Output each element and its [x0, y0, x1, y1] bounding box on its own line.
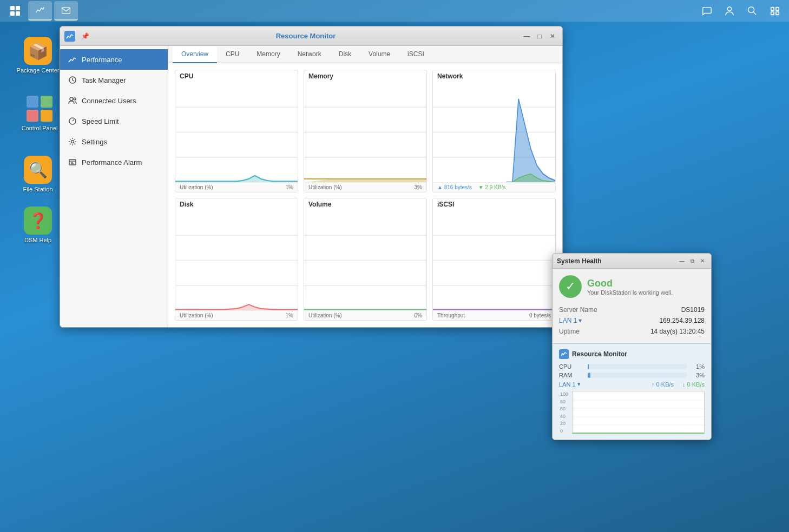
rm-charts-grid: CPU Utilization (%) 1% — [168, 63, 562, 327]
sh-lan-btn[interactable]: LAN 1 ▾ — [559, 317, 582, 324]
svg-rect-1 — [16, 6, 20, 10]
control-panel-icon[interactable]: Control Panel — [18, 95, 61, 132]
chart-disk-footer: Utilization (%) 1% — [175, 310, 298, 320]
rm-body: Performance Task Manager — [60, 46, 562, 327]
chart-disk-footer-left: Utilization (%) — [180, 312, 213, 318]
sh-close-btn[interactable]: ✕ — [698, 257, 707, 265]
chart-volume-title: Volume — [304, 198, 426, 210]
rm-widget-cpu-bar — [588, 364, 687, 369]
dsm-help-icon[interactable]: ❓ DSM Help — [16, 207, 60, 244]
svg-rect-10 — [771, 12, 774, 15]
chart-network-stats: 816 bytes/s 2.9 KB/s — [437, 184, 505, 190]
tab-network[interactable]: Network — [289, 46, 330, 63]
sh-status-sub: Your DiskStation is working well. — [587, 289, 673, 296]
rm-pin-btn[interactable]: 📌 — [80, 31, 90, 42]
chat-icon[interactable] — [697, 1, 716, 21]
sh-uptime-value: 14 day(s) 13:20:45 — [650, 328, 705, 335]
tab-cpu[interactable]: CPU — [217, 46, 248, 63]
rm-widget-lan-btn[interactable]: LAN 1 ▾ — [559, 381, 581, 388]
control-panel-label: Control Panel — [22, 125, 58, 132]
sidebar-connected-users-label: Connected Users — [82, 97, 136, 105]
chart-iscsi-footer: Throughput 0 bytes/s — [433, 310, 555, 320]
svg-rect-12 — [27, 96, 38, 108]
rm-tabs: Overview CPU Memory Network Disk Volume … — [168, 46, 562, 63]
rm-minimize-btn[interactable]: — — [521, 31, 532, 42]
rm-widget-cpu-label: CPU — [559, 363, 583, 370]
chart-volume-footer-right: 0% — [415, 312, 422, 318]
chart-cpu-footer-left: Utilization (%) — [180, 184, 213, 190]
sh-minimize-btn[interactable]: — — [678, 257, 686, 265]
svg-rect-14 — [27, 110, 38, 122]
chart-memory-footer: Utilization (%) 3% — [304, 182, 426, 192]
apps-button[interactable] — [4, 1, 26, 21]
sh-uptime-label: Uptime — [559, 328, 580, 335]
tab-memory[interactable]: Memory — [248, 46, 288, 63]
chart-disk-title: Disk — [175, 198, 298, 210]
chart-volume-footer: Utilization (%) 0% — [304, 310, 426, 320]
rm-close-btn[interactable]: ✕ — [547, 31, 558, 42]
rm-widget-ram-pct: 3% — [691, 372, 705, 378]
taskbar-right — [697, 1, 785, 21]
rm-win-btns-right: — □ ✕ — [521, 31, 558, 42]
sidebar-item-connected-users[interactable]: Connected Users — [60, 90, 168, 111]
file-station-label: File Station — [23, 186, 52, 193]
connected-users-icon — [68, 96, 77, 105]
sidebar-item-performance[interactable]: Performance — [60, 49, 168, 70]
sh-lan-chevron: ▾ — [578, 317, 582, 324]
rm-main-content: Overview CPU Memory Network Disk Volume … — [168, 46, 562, 327]
rm-widget-chart-area — [572, 391, 705, 434]
chart-disk: Disk Utilization (%) 1% — [175, 198, 298, 321]
dsm-help-img: ❓ — [24, 207, 52, 235]
chart-iscsi-footer-left: Throughput — [437, 312, 465, 318]
package-center-icon[interactable]: 📦 Package Center — [16, 37, 60, 74]
tab-disk[interactable]: Disk — [330, 46, 360, 63]
sh-body: ✓ Good Your DiskStation is working well.… — [553, 269, 711, 343]
chart-volume-area — [304, 210, 426, 310]
system-health-panel: System Health — ⧉ ✕ ✓ Good Your DiskStat… — [552, 253, 712, 440]
sidebar-item-performance-alarm[interactable]: Performance Alarm — [60, 152, 168, 172]
task-manager-icon — [68, 75, 77, 85]
sidebar-item-speed-limit[interactable]: Speed Limit — [60, 111, 168, 131]
mail-taskbar-btn[interactable] — [54, 1, 78, 21]
sidebar-performance-alarm-label: Performance Alarm — [82, 158, 142, 167]
chart-memory-area — [304, 82, 426, 182]
rm-widget-cpu-pct: 1% — [691, 363, 705, 370]
performance-icon — [68, 55, 77, 64]
menu-icon[interactable] — [765, 1, 785, 21]
rm-maximize-btn[interactable]: □ — [534, 31, 545, 42]
rm-widget-lan-down: ↓ 0 KB/s — [682, 381, 705, 388]
chart-network-down: 2.9 KB/s — [478, 184, 506, 190]
tab-overview[interactable]: Overview — [173, 46, 217, 63]
sidebar-item-task-manager[interactable]: Task Manager — [60, 70, 168, 90]
svg-rect-9 — [776, 8, 779, 10]
tab-iscsi[interactable]: iSCSI — [399, 46, 433, 63]
rm-widget-lan-chevron: ▾ — [577, 381, 581, 388]
taskbar — [0, 0, 789, 22]
file-station-img: 🔍 — [24, 156, 52, 184]
sh-detach-btn[interactable]: ⧉ — [688, 257, 696, 265]
rm-widget-lan-up: ↑ 0 KB/s — [652, 381, 674, 388]
rm-widget-ram-fill — [588, 373, 590, 378]
rm-widget-title: Resource Monitor — [572, 350, 627, 358]
search-icon[interactable] — [742, 1, 762, 21]
rm-widget-ram-row: RAM 3% — [559, 372, 705, 378]
sidebar-item-settings[interactable]: Settings — [60, 131, 168, 152]
svg-point-18 — [74, 98, 76, 100]
chart-network-up: 816 bytes/s — [437, 184, 472, 190]
sh-win-btns: — ⧉ ✕ — [678, 257, 707, 265]
chart-network-title: Network — [433, 70, 555, 82]
sh-server-name-value: DS1019 — [681, 306, 705, 314]
taskbar-left — [4, 1, 78, 21]
chart-memory-footer-right: 3% — [415, 184, 422, 190]
file-station-icon[interactable]: 🔍 File Station — [16, 156, 60, 193]
svg-point-5 — [727, 7, 731, 11]
sidebar-task-manager-label: Task Manager — [82, 76, 126, 84]
control-panel-img — [25, 95, 54, 123]
sh-status-good: Good — [587, 278, 673, 289]
svg-rect-8 — [771, 8, 774, 10]
user-icon[interactable] — [720, 1, 739, 21]
sh-status: ✓ Good Your DiskStation is working well. — [559, 275, 705, 298]
sidebar-settings-label: Settings — [82, 138, 107, 146]
monitor-taskbar-btn[interactable] — [28, 1, 52, 21]
tab-volume[interactable]: Volume — [360, 46, 399, 63]
